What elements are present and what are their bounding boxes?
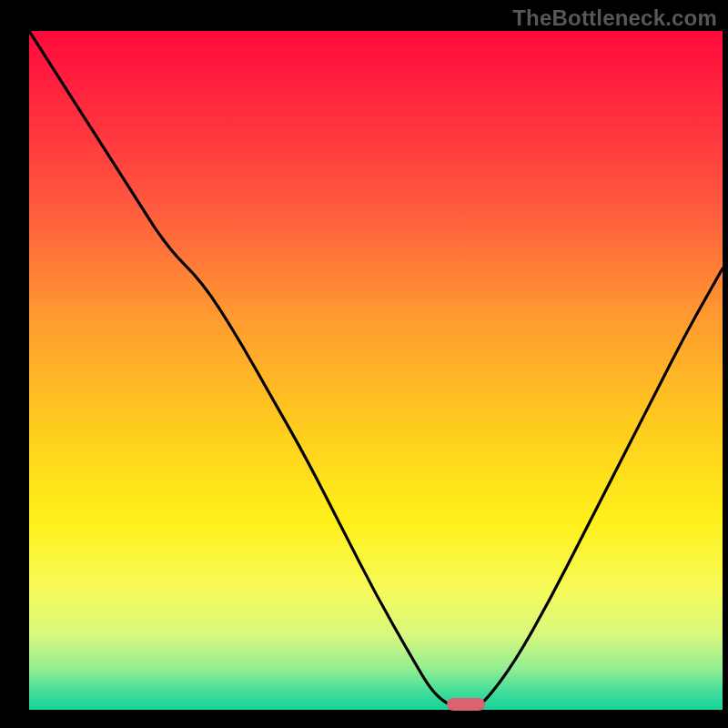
watermark-text: TheBottleneck.com	[512, 5, 717, 31]
plot-area	[29, 31, 723, 710]
bottleneck-curve	[29, 31, 723, 710]
chart-frame: TheBottleneck.com	[0, 0, 728, 728]
optimal-marker	[447, 698, 485, 711]
